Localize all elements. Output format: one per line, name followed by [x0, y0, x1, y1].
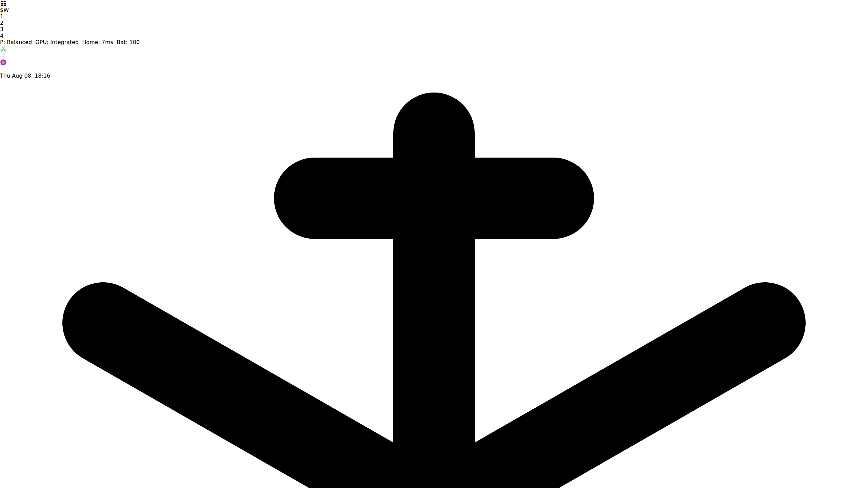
buffer-tabline: home.nixdefault.nixflake.nix	[0, 79, 868, 488]
terminal-window: home.nixdefault.nixflake.nix 16│ url = "…	[0, 79, 868, 488]
workspace-button-1[interactable]: 1	[0, 13, 868, 20]
grid-icon	[0, 0, 7, 7]
media-player-icon[interactable]	[0, 59, 7, 66]
status-pill[interactable]: Bat: 100	[117, 39, 140, 45]
scissors-icon[interactable]	[0, 45, 7, 52]
workspace-button-3[interactable]: 3	[0, 26, 868, 33]
app-launcher-button[interactable]	[0, 0, 868, 7]
workspace-button-4[interactable]: 4	[0, 33, 868, 39]
status-pill[interactable]: P: Balanced	[0, 39, 32, 45]
status-pills: P: BalancedGPU: IntegratedHome: 7msBat: …	[0, 39, 868, 45]
status-pill[interactable]: GPU: Integrated	[35, 39, 79, 45]
workspace-button-2[interactable]: 2	[0, 20, 868, 26]
terminal-launcher-button[interactable]: $W	[0, 7, 868, 13]
bluetooth-icon[interactable]	[0, 52, 7, 59]
workspace-switcher: 1234	[0, 13, 868, 39]
desktop-top-bar: $W 1234 P: BalancedGPU: IntegratedHome: …	[0, 0, 868, 79]
clock[interactable]: Thu Aug 08, 18:16	[0, 73, 868, 79]
phone-icon[interactable]	[0, 66, 7, 73]
tab-home.nix[interactable]: home.nix	[0, 79, 868, 488]
status-pill[interactable]: Home: 7ms	[82, 39, 113, 45]
system-tray[interactable]	[0, 45, 868, 73]
terminal-dollar-icon: $W	[0, 7, 9, 13]
